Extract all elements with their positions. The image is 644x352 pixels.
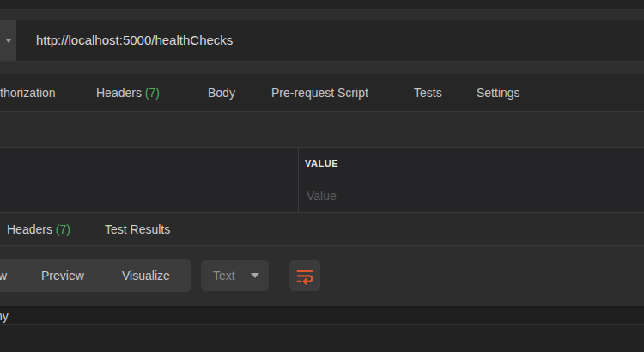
tab-authorization[interactable]: thorization — [0, 74, 56, 112]
tab-settings[interactable]: Settings — [477, 74, 520, 112]
tab-pre-request-script[interactable]: Pre-request Script — [271, 74, 368, 112]
response-view-toolbar: w Preview Visualize Text — [0, 246, 644, 306]
response-body-line[interactable]: hy — [0, 306, 644, 325]
url-row-top-padding — [0, 11, 644, 20]
value-column-header: VALUE — [305, 148, 338, 179]
response-tab-headers-count: (7) — [56, 222, 70, 236]
chevron-down-icon — [5, 39, 12, 43]
tab-headers-count: (7) — [145, 86, 160, 100]
tab-body[interactable]: Body — [208, 74, 235, 112]
api-client-window: http://localhost:5000/healthChecks thori… — [0, 0, 644, 352]
section-gap — [0, 112, 644, 147]
table-row: Value — [0, 180, 644, 212]
response-tabs: Headers (7) Test Results — [0, 213, 644, 246]
table-header-row: VALUE — [0, 148, 644, 179]
response-tab-headers[interactable]: Headers (7) — [7, 213, 70, 246]
value-cell-input[interactable]: Value — [307, 180, 644, 212]
response-tab-headers-label: Headers — [7, 222, 52, 236]
chevron-down-icon — [251, 273, 259, 278]
response-body-area — [0, 325, 644, 352]
tab-headers[interactable]: Headers (7) — [96, 74, 160, 112]
response-body-text: hy — [0, 307, 9, 325]
tab-headers-label: Headers — [96, 86, 142, 100]
top-bar — [0, 0, 644, 10]
key-cell-input[interactable] — [0, 180, 298, 212]
response-view-segmented-control: w Preview Visualize — [0, 259, 191, 292]
view-tab-raw[interactable]: w — [0, 259, 7, 292]
request-tabs: thorization Headers (7) Body Pre-request… — [0, 74, 644, 112]
tab-tests[interactable]: Tests — [414, 74, 442, 112]
format-dropdown-value: Text — [213, 260, 235, 291]
view-tab-preview[interactable]: Preview — [41, 259, 84, 292]
method-dropdown-edge[interactable] — [0, 20, 16, 61]
view-tab-visualize[interactable]: Visualize — [122, 259, 170, 292]
format-dropdown[interactable]: Text — [201, 260, 269, 291]
url-bar: http://localhost:5000/healthChecks — [0, 20, 644, 61]
url-row-bottom-padding — [0, 61, 644, 74]
request-url-input[interactable]: http://localhost:5000/healthChecks — [16, 20, 644, 61]
headers-key-value-table: VALUE Value — [0, 147, 644, 213]
wrap-text-button[interactable] — [289, 260, 320, 291]
wrap-text-icon — [295, 266, 314, 285]
response-tab-test-results[interactable]: Test Results — [105, 213, 170, 246]
